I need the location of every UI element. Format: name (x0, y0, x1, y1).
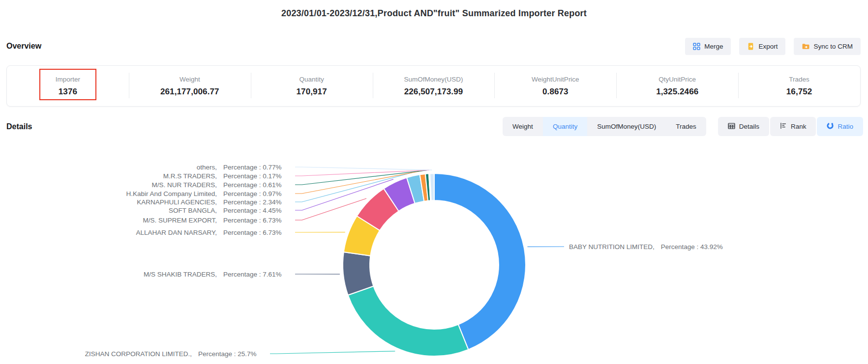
chart-label: ZISHAN CORPORATION LIMITED.,Percentage :… (0, 349, 266, 359)
chart-label-percentage: Percentage : 0.97% (223, 190, 291, 197)
chart-label-name: SOFT BANGLA, (169, 207, 217, 214)
pie-slice[interactable] (434, 173, 526, 350)
chart-label-name: H.Kabir And Company Limited, (126, 190, 217, 197)
metric-tab-group: Weight Quantity SumOfMoney(USD) Trades (503, 117, 706, 136)
pie-slice[interactable] (344, 216, 380, 256)
tab-ratio-label: Ratio (838, 123, 853, 130)
stat-label: SumOfMoney(USD) (404, 76, 463, 83)
stat-label: Trades (789, 76, 809, 83)
chart-label-percentage: Percentage : 0.17% (223, 172, 291, 180)
chart-label: others,Percentage : 0.77% (0, 162, 291, 172)
chart-label-percentage: Percentage : 6.73% (223, 229, 291, 236)
stat-weight-unit-price: WeightUnitPrice 0.8673 (494, 66, 616, 106)
toolbar: Merge Export Sync to CRM (685, 38, 861, 55)
details-heading: Details (6, 122, 32, 131)
chart-label: M.R.S TRADERS,Percentage : 0.17% (0, 171, 291, 181)
pie-slice[interactable] (343, 252, 373, 295)
merge-button[interactable]: Merge (685, 38, 731, 55)
stat-value: 226,507,173.99 (404, 87, 463, 97)
stat-value: 1376 (59, 87, 77, 97)
tab-trades[interactable]: Trades (666, 117, 706, 136)
sync-to-crm-button-label: Sync to CRM (813, 43, 853, 50)
stat-label: QtyUnitPrice (658, 76, 696, 83)
stat-label: Importer (56, 76, 80, 83)
chart-label-name: M/S. SUPREM EXPORT, (143, 217, 217, 224)
chart-label: M/S SHAKIB TRADERS,Percentage : 7.61% (0, 269, 291, 279)
ratio-donut-icon (827, 122, 834, 131)
tab-rank-view[interactable]: Rank (770, 117, 816, 136)
chart-label-percentage: Percentage : 7.61% (223, 271, 291, 278)
chart-label: M/S. SUPREM EXPORT,Percentage : 6.73% (0, 215, 291, 225)
chart-label: H.Kabir And Company Limited,Percentage :… (0, 189, 291, 198)
overview-stats-card: Importer 1376 Weight 261,177,006.77 Quan… (6, 65, 861, 107)
pie-slice[interactable] (384, 178, 415, 211)
stat-value: 170,917 (297, 87, 327, 97)
stat-weight: Weight 261,177,006.77 (129, 66, 251, 106)
chart-label-name: M.R.S TRADERS, (163, 172, 217, 180)
leader-line (295, 170, 429, 176)
chart-label-name: M/S. NUR TRADERS, (151, 181, 217, 189)
stat-value: 16,752 (786, 87, 812, 97)
tab-quantity[interactable]: Quantity (543, 117, 587, 136)
stat-value: 1,325.2466 (656, 87, 698, 97)
pie-slice[interactable] (407, 174, 424, 203)
chart-label-percentage: Percentage : 43.92% (661, 243, 723, 251)
tab-details-view[interactable]: Details (718, 117, 769, 136)
pie-slice[interactable] (430, 173, 434, 200)
page-title: 2023/01/01-2023/12/31,Product AND"fruit"… (0, 8, 868, 19)
stat-label: Weight (180, 76, 200, 83)
leader-line (295, 198, 366, 220)
details-header: Details Weight Quantity SumOfMoney(USD) … (6, 117, 863, 136)
chart-label-name: M/S SHAKIB TRADERS, (144, 271, 217, 278)
export-button[interactable]: Export (739, 38, 785, 55)
leader-line (295, 172, 413, 202)
leader-line (295, 171, 422, 194)
chart-label-percentage: Percentage : 0.61% (223, 181, 291, 189)
chart-label-name: others, (197, 164, 217, 171)
stat-trades: Trades 16,752 (738, 66, 860, 106)
stat-value: 261,177,006.77 (160, 87, 219, 97)
pie-slice[interactable] (357, 189, 399, 230)
merge-icon (693, 43, 700, 50)
chart-label-percentage: Percentage : 4.45% (223, 207, 291, 214)
stat-qty-unit-price: QtyUnitPrice 1,325.2466 (616, 66, 738, 106)
pie-slice[interactable] (348, 286, 469, 356)
export-button-label: Export (758, 43, 778, 50)
chart-label-name: BABY NUTRITION LIMITED, (569, 243, 655, 251)
chart-label-name: ZISHAN CORPORATION LIMITED., (85, 350, 192, 358)
tab-ratio-view[interactable]: Ratio (817, 117, 863, 136)
chart-label-name: ALLAHAR DAN NARSARY, (136, 229, 217, 236)
leader-line (295, 167, 432, 170)
stat-importer: Importer 1376 (7, 66, 129, 106)
pie-slice[interactable] (429, 173, 431, 200)
chart-label-percentage: Percentage : 6.73% (223, 217, 291, 224)
tab-rank-label: Rank (791, 123, 807, 130)
pie-slice[interactable] (420, 174, 428, 201)
chart-label: ALLAHAR DAN NARSARY,Percentage : 6.73% (0, 227, 291, 237)
overview-heading: Overview (6, 42, 41, 51)
sync-to-crm-icon (802, 43, 809, 50)
leader-line (295, 179, 393, 210)
chart-label: M/S. NUR TRADERS,Percentage : 0.61% (0, 180, 291, 190)
tab-weight[interactable]: Weight (503, 117, 543, 136)
chart-label-percentage: Percentage : 2.34% (223, 198, 291, 206)
details-table-icon (728, 123, 735, 131)
merge-button-label: Merge (704, 43, 723, 50)
chart-label: SOFT BANGLA,Percentage : 4.45% (0, 205, 291, 215)
stat-quantity: Quantity 170,917 (251, 66, 373, 106)
rank-icon (780, 122, 787, 131)
chart-label-percentage: Percentage : 25.7% (198, 350, 266, 358)
sync-to-crm-button[interactable]: Sync to CRM (794, 38, 861, 55)
overview-header: Overview Merge Export (6, 37, 861, 55)
stat-label: Quantity (299, 76, 324, 83)
importer-report-page: 2023/01/01-2023/12/31,Product AND"fruit"… (0, 0, 868, 364)
stat-sum-of-money: SumOfMoney(USD) 226,507,173.99 (373, 66, 495, 106)
stat-label: WeightUnitPrice (532, 76, 579, 83)
export-icon (747, 43, 754, 50)
pie-slice[interactable] (425, 173, 430, 200)
chart-label-name: KARNAPHULI AGENCIES, (137, 198, 217, 206)
chart-label: KARNAPHULI AGENCIES,Percentage : 2.34% (0, 197, 291, 207)
stat-value: 0.8673 (542, 87, 569, 97)
leader-line (270, 351, 395, 354)
tab-sum-of-money[interactable]: SumOfMoney(USD) (587, 117, 666, 136)
